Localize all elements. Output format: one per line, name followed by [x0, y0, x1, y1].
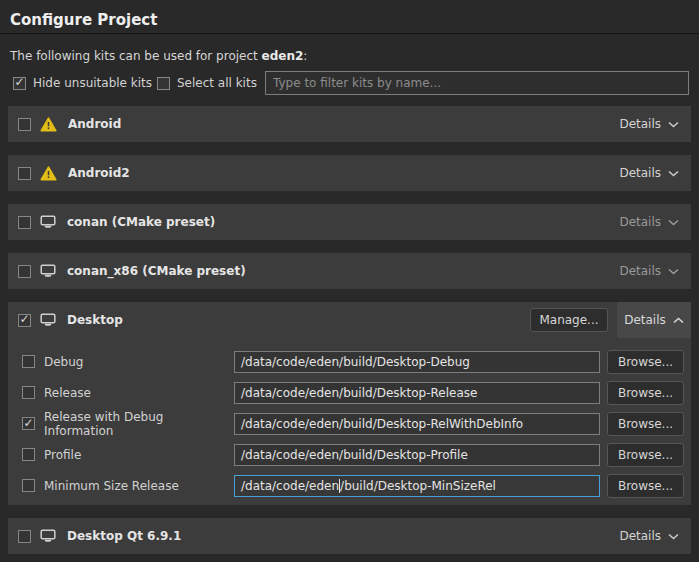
- config-release-browse-button[interactable]: Browse...: [607, 381, 684, 405]
- hide-unsuitable-kits-checkbox[interactable]: Hide unsuitable kits: [13, 76, 152, 90]
- kit-name: Desktop Qt 6.9.1: [65, 529, 181, 543]
- configure-project-page: { "window": { "title": "Configure Projec…: [0, 0, 699, 562]
- kit-android-checkbox[interactable]: [18, 118, 31, 131]
- path-text: /data/code/eden/build/Desktop-RelWithDeb…: [241, 417, 523, 431]
- kit-conan-checkbox[interactable]: [18, 216, 31, 229]
- kit-list: Android Details Android2 Details conan (…: [8, 106, 691, 562]
- config-profile-browse-button[interactable]: Browse...: [607, 443, 684, 467]
- kit-row-desktop-expanded: Desktop Manage... Details Debug /data/co…: [8, 302, 691, 505]
- chevron-up-icon: [673, 313, 684, 327]
- config-row-relwithdebinfo: Release with Debug Information /data/cod…: [8, 408, 691, 439]
- kit-name: Android2: [66, 166, 130, 180]
- details-label: Details: [619, 117, 661, 131]
- details-label: Details: [619, 264, 661, 278]
- path-text-before-caret: /data/code/eden: [241, 479, 339, 493]
- warning-icon: [40, 117, 57, 132]
- config-release-path-input[interactable]: /data/code/eden/build/Desktop-Release: [234, 382, 600, 404]
- intro-prefix: The following kits can be used for proje…: [10, 49, 262, 63]
- config-relwithdebinfo-checkbox[interactable]: [22, 417, 35, 430]
- kit-row-conan: conan (CMake preset) Details: [8, 204, 691, 240]
- config-debug-path-input[interactable]: /data/code/eden/build/Desktop-Debug: [234, 351, 600, 373]
- kit-filter-input[interactable]: [265, 71, 689, 95]
- select-all-kits-checkbox[interactable]: Select all kits: [157, 76, 257, 90]
- kit-android2-details-button[interactable]: Details: [617, 155, 681, 191]
- kit-name: Android: [66, 117, 121, 131]
- config-label: Profile: [44, 448, 234, 462]
- config-relwithdebinfo-path-input[interactable]: /data/code/eden/build/Desktop-RelWithDeb…: [234, 413, 600, 435]
- config-debug-checkbox[interactable]: [22, 355, 35, 368]
- chevron-down-icon: [668, 264, 679, 278]
- hide-unsuitable-label: Hide unsuitable kits: [33, 76, 152, 90]
- config-debug-browse-button[interactable]: Browse...: [607, 350, 684, 374]
- intro-suffix: :: [303, 49, 307, 63]
- kit-desktop-details-button[interactable]: Details: [617, 302, 691, 338]
- project-name: eden2: [262, 49, 304, 63]
- path-text: /data/code/eden/build/Desktop-Debug: [241, 355, 470, 369]
- kit-row-android2: Android2 Details: [8, 155, 691, 191]
- config-row-debug: Debug /data/code/eden/build/Desktop-Debu…: [8, 346, 691, 377]
- chevron-down-icon: [668, 529, 679, 543]
- path-text: /data/code/eden/build/Desktop-Release: [241, 386, 477, 400]
- config-minsizerel-path-input[interactable]: /data/code/eden/build/Desktop-MinSizeRel: [234, 475, 600, 497]
- intro-text: The following kits can be used for proje…: [10, 49, 307, 63]
- config-minsizerel-checkbox[interactable]: [22, 479, 35, 492]
- config-label: Minimum Size Release: [44, 479, 234, 493]
- kit-name: conan (CMake preset): [65, 215, 215, 229]
- hide-unsuitable-checkbox-box[interactable]: [13, 77, 26, 90]
- kit-conan-x86-details-button[interactable]: Details: [617, 253, 681, 289]
- kit-conan-details-button[interactable]: Details: [617, 204, 681, 240]
- config-release-checkbox[interactable]: [22, 386, 35, 399]
- kit-row-android: Android Details: [8, 106, 691, 142]
- desktop-build-configs: Debug /data/code/eden/build/Desktop-Debu…: [8, 338, 691, 501]
- kit-desktop-checkbox[interactable]: [18, 314, 31, 327]
- desktop-icon: [40, 264, 56, 278]
- details-label: Details: [619, 215, 661, 229]
- manage-kits-button[interactable]: Manage...: [530, 308, 608, 332]
- details-label: Details: [619, 529, 661, 543]
- config-profile-checkbox[interactable]: [22, 448, 35, 461]
- config-relwithdebinfo-browse-button[interactable]: Browse...: [607, 412, 684, 436]
- chevron-down-icon: [668, 166, 679, 180]
- config-label: Release with Debug Information: [44, 410, 234, 438]
- warning-icon: [40, 166, 57, 181]
- config-row-minsizerel: Minimum Size Release /data/code/eden/bui…: [8, 470, 691, 501]
- details-label: Details: [619, 166, 661, 180]
- desktop-icon: [40, 529, 56, 543]
- select-all-checkbox-box[interactable]: [157, 77, 170, 90]
- kit-name: Desktop: [65, 313, 123, 327]
- config-row-release: Release /data/code/eden/build/Desktop-Re…: [8, 377, 691, 408]
- kit-row-desktop-qt-691: Desktop Qt 6.9.1 Details: [8, 518, 691, 554]
- config-minsizerel-browse-button[interactable]: Browse...: [607, 474, 684, 498]
- details-label: Details: [624, 313, 666, 327]
- kit-android2-checkbox[interactable]: [18, 167, 31, 180]
- config-profile-path-input[interactable]: /data/code/eden/build/Desktop-Profile: [234, 444, 600, 466]
- config-row-profile: Profile /data/code/eden/build/Desktop-Pr…: [8, 439, 691, 470]
- config-label: Release: [44, 386, 234, 400]
- select-all-label: Select all kits: [177, 76, 257, 90]
- kit-conan-x86-checkbox[interactable]: [18, 265, 31, 278]
- chevron-down-icon: [668, 117, 679, 131]
- kit-desktop-qt-691-checkbox[interactable]: [18, 530, 31, 543]
- path-text: /data/code/eden/build/Desktop-Profile: [241, 448, 468, 462]
- kit-desktop-qt-691-details-button[interactable]: Details: [617, 518, 681, 554]
- path-text-after-caret: /build/Desktop-MinSizeRel: [340, 479, 496, 493]
- title-separator: [0, 33, 699, 34]
- kit-android-details-button[interactable]: Details: [617, 106, 681, 142]
- kit-name: conan_x86 (CMake preset): [65, 264, 246, 278]
- config-label: Debug: [44, 355, 234, 369]
- kit-desktop-header: Desktop Manage... Details: [8, 302, 691, 338]
- desktop-icon: [40, 215, 56, 229]
- kit-row-conan-x86: conan_x86 (CMake preset) Details: [8, 253, 691, 289]
- chevron-down-icon: [668, 215, 679, 229]
- desktop-icon: [40, 313, 56, 327]
- page-title: Configure Project: [10, 11, 157, 29]
